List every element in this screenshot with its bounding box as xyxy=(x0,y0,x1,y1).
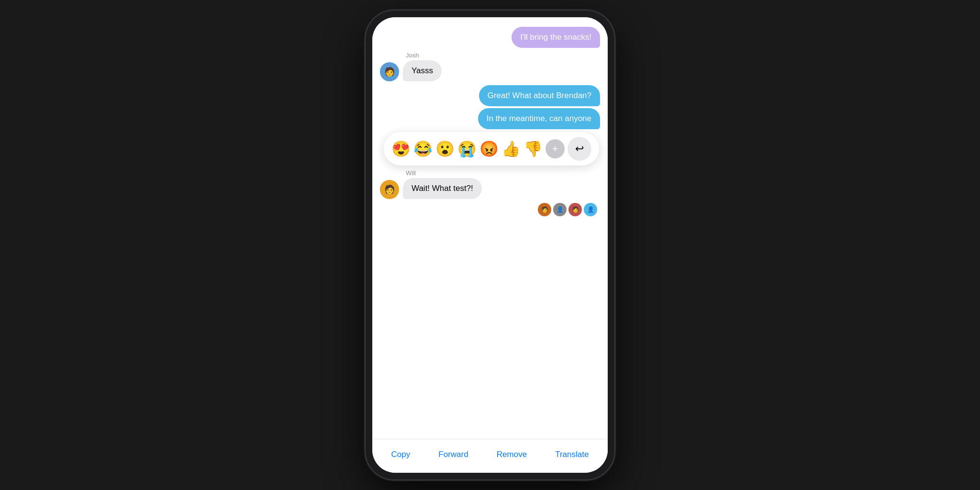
reaction-reply-button[interactable]: ↩ xyxy=(568,137,591,161)
bubble-blue-brendan: Great! What about Brendan? xyxy=(479,85,600,106)
received-message-will: Will 🧑 Wait! What test?! xyxy=(380,169,600,199)
bubble-sent-snacks: I'll bring the snacks! xyxy=(512,27,600,48)
bubble-will-test: Wait! What test?! xyxy=(403,178,482,199)
will-avatar-icon: 🧑 xyxy=(384,184,395,195)
reaction-more-button[interactable]: + xyxy=(546,139,565,158)
forward-button[interactable]: Forward xyxy=(433,448,474,461)
reaction-thumbsdown[interactable]: 👎 xyxy=(523,140,543,158)
reaction-thumbsup[interactable]: 👍 xyxy=(501,140,521,158)
will-message-row: 🧑 Wait! What test?! xyxy=(380,178,600,199)
phone-frame: I'll bring the snacks! Josh 🧑 Yasss xyxy=(366,11,614,479)
phone-screen: I'll bring the snacks! Josh 🧑 Yasss xyxy=(372,17,608,473)
reaction-bar[interactable]: 😍 😂 😮 😭 😡 👍 👎 + ↩ xyxy=(384,132,599,166)
copy-button[interactable]: Copy xyxy=(386,448,416,461)
avatar-josh: 🧑 xyxy=(380,62,399,81)
seen-avatar-3: 🧑 xyxy=(568,203,582,216)
seen-row: 🧑 👤 🧑 👤 xyxy=(380,203,600,216)
bubble-josh-yasss: Yasss xyxy=(403,60,442,81)
josh-message-row: 🧑 Yasss xyxy=(380,60,600,81)
josh-avatar-icon: 🧑 xyxy=(384,67,395,77)
sender-will: Will xyxy=(406,169,600,177)
sender-josh: Josh xyxy=(406,52,600,59)
seen-avatar-4: 👤 xyxy=(584,203,597,216)
remove-button[interactable]: Remove xyxy=(491,448,533,461)
avatar-will: 🧑 xyxy=(380,180,399,199)
sent-blue-group: Great! What about Brendan? In the meanti… xyxy=(380,85,600,129)
sent-message-snacks: I'll bring the snacks! xyxy=(380,27,600,48)
reaction-laugh[interactable]: 😂 xyxy=(413,140,433,158)
received-message-josh: Josh 🧑 Yasss xyxy=(380,52,600,81)
reaction-wow[interactable]: 😮 xyxy=(435,140,455,158)
messages-area: I'll bring the snacks! Josh 🧑 Yasss xyxy=(372,17,608,439)
bubble-blue-meantime: In the meantime, can anyone xyxy=(478,108,600,129)
action-bar: Copy Forward Remove Translate xyxy=(372,439,608,473)
seen-avatar-2: 👤 xyxy=(553,203,567,216)
translate-button[interactable]: Translate xyxy=(549,448,594,461)
reaction-heart-eyes[interactable]: 😍 xyxy=(391,140,411,158)
reaction-angry[interactable]: 😡 xyxy=(479,140,499,158)
reaction-cry[interactable]: 😭 xyxy=(457,140,477,158)
seen-avatar-1: 🧑 xyxy=(538,203,551,216)
